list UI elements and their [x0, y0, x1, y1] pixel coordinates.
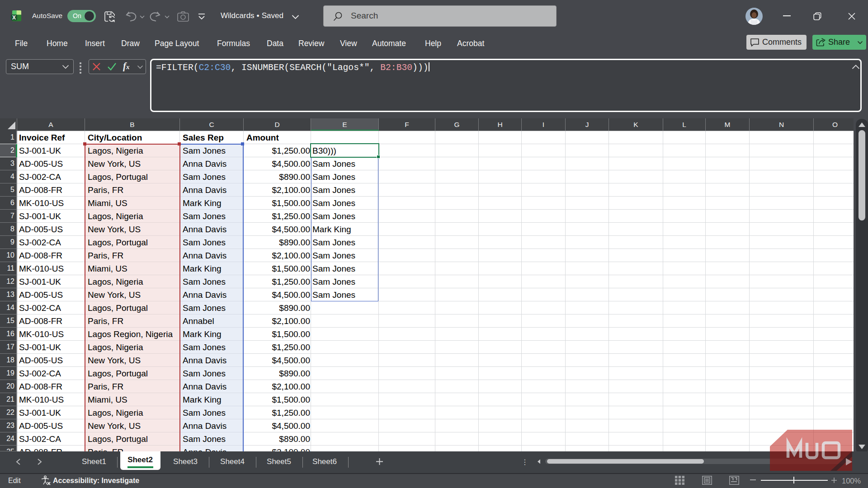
svg-text:X: X — [12, 14, 16, 21]
